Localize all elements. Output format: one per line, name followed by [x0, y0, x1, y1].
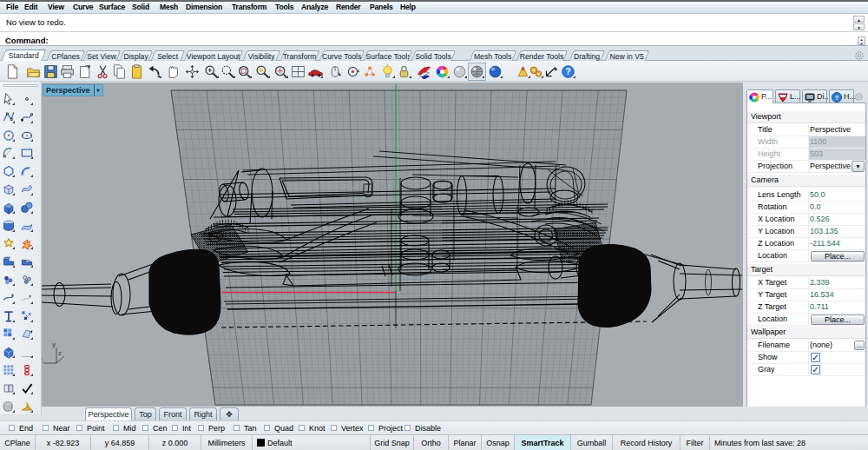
svg-text:y: y	[52, 341, 56, 348]
svg-text:?: ?	[565, 67, 570, 76]
svg-text:z: z	[58, 349, 62, 357]
svg-text:?: ?	[835, 94, 839, 102]
svg-text:x: x	[42, 356, 43, 364]
